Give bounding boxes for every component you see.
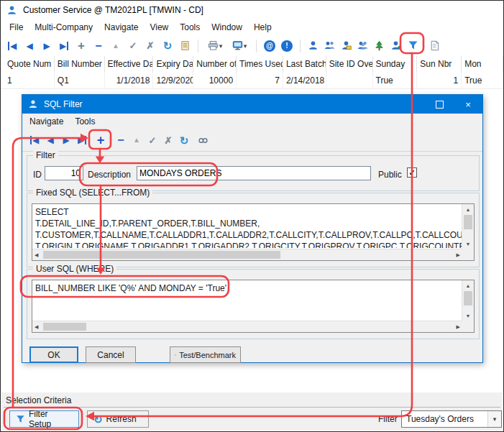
scroll-right-icon[interactable]: ▶ <box>457 324 460 330</box>
dlg-prior-record-button[interactable]: ◀ <box>42 132 58 149</box>
screen-button[interactable]: ▾ <box>227 37 252 55</box>
col-monday[interactable]: Mon <box>462 56 503 73</box>
menu-view[interactable]: View <box>144 20 174 35</box>
dlg-last-record-button[interactable]: ▶ <box>74 132 90 149</box>
refresh-button[interactable]: ↻ Refresh <box>87 410 149 428</box>
ok-button[interactable]: OK <box>29 346 78 363</box>
id-input[interactable] <box>45 166 83 180</box>
fixed-sql-textarea[interactable]: SELECT T.DETAIL_LINE_ID,T.PARENT_ORDER,T… <box>32 203 475 261</box>
notes-button[interactable] <box>176 37 193 55</box>
filter-combobox[interactable]: Tuesday's Orders ▾ <box>401 410 502 428</box>
scroll-left-icon[interactable]: ◀ <box>35 252 38 258</box>
cell-quote-num[interactable]: 1 <box>4 73 55 88</box>
scroll-up-icon[interactable]: ▲ <box>466 280 471 290</box>
dlg-delete-record-button[interactable]: − <box>113 132 129 149</box>
web-button[interactable]: @ <box>261 37 278 55</box>
filter-setup-button[interactable]: Filter Setup <box>9 410 79 428</box>
dialog-menu-navigate[interactable]: Navigate <box>24 114 69 129</box>
cell-number-of[interactable]: 10000 <box>193 73 237 88</box>
delete-record-button[interactable]: − <box>90 37 107 55</box>
report-button[interactable] <box>426 37 443 55</box>
cell-expiry-date[interactable]: 12/9/2020 <box>153 73 193 88</box>
user-sql-textarea[interactable]: BILL_NUMBER LIKE 'Q%' AND MONDAY = 'True… <box>32 280 475 333</box>
description-input[interactable] <box>137 166 371 180</box>
prior-record-button[interactable]: ◀ <box>21 37 38 55</box>
restore-button[interactable] <box>425 95 454 114</box>
dlg-link-button[interactable] <box>195 132 211 149</box>
horizontal-scrollbar[interactable]: ◀ ▶ <box>32 321 462 332</box>
scroll-up-icon[interactable]: ▲ <box>466 204 471 214</box>
dlg-edit-record-button[interactable]: ▲ <box>129 132 145 149</box>
scrollbar-thumb[interactable] <box>464 291 472 305</box>
dlg-first-record-button[interactable]: ◀ <box>27 132 42 149</box>
cell-bill-number[interactable]: Q1 <box>55 73 105 88</box>
scrollbar-thumb[interactable] <box>464 215 472 229</box>
dlg-next-record-button[interactable]: ▶ <box>58 132 74 149</box>
cell-sunday[interactable]: True <box>373 73 418 88</box>
col-expiry-date[interactable]: Expiry Date <box>153 56 193 73</box>
person-card-icon <box>341 40 352 51</box>
public-checkbox[interactable]: ✓ <box>407 167 417 178</box>
test-benchmark-button[interactable]: Test/Benchmark <box>170 346 241 363</box>
menu-file[interactable]: File <box>4 20 29 35</box>
info-button[interactable]: ! <box>278 37 295 55</box>
menu-multi-company[interactable]: Multi-Company <box>29 20 98 35</box>
menu-tools[interactable]: Tools <box>174 20 206 35</box>
scrollbar-thumb[interactable] <box>43 323 86 331</box>
scroll-down-icon[interactable]: ▼ <box>466 239 471 249</box>
cell-site-id-override[interactable] <box>326 73 373 88</box>
dialog-titlebar[interactable]: SQL Filter × <box>22 95 482 114</box>
add-user-button[interactable] <box>388 37 404 55</box>
cancel-edit-button[interactable]: ✗ <box>142 37 159 55</box>
menu-navigate[interactable]: Navigate <box>98 20 144 35</box>
col-site-id-override[interactable]: Site ID Over <box>326 56 373 73</box>
col-bill-number[interactable]: Bill Number <box>55 56 105 73</box>
col-quote-num[interactable]: Quote Num <box>4 56 55 73</box>
cell-monday[interactable]: True <box>462 73 503 88</box>
vertical-scrollbar[interactable]: ▲ ▼ <box>462 280 474 321</box>
menu-help[interactable]: Help <box>248 20 278 35</box>
cell-last-batch[interactable]: 2/14/2018 <box>283 73 326 88</box>
scroll-left-icon[interactable]: ◀ <box>35 324 38 330</box>
filter-button-toolbar[interactable] <box>404 37 421 55</box>
customers-button[interactable] <box>321 37 338 55</box>
description-label: Description <box>88 170 131 180</box>
insert-record-button[interactable]: + <box>73 37 90 55</box>
print-button[interactable]: ▾ <box>203 37 227 55</box>
edit-record-button[interactable]: ▲ <box>107 37 124 55</box>
menu-window[interactable]: Window <box>206 20 248 35</box>
col-times-used[interactable]: Times Used <box>237 56 283 73</box>
dlg-refresh-button[interactable]: ↻ <box>176 132 192 149</box>
dlg-insert-record-button[interactable]: + <box>93 132 109 149</box>
col-effective-date[interactable]: Effective Da <box>105 56 154 73</box>
user-group-button[interactable] <box>354 37 371 55</box>
next-record-button[interactable]: ▶ <box>38 37 55 55</box>
first-record-button[interactable]: ◀ <box>4 37 21 55</box>
col-number-of[interactable]: Number of <box>193 56 237 73</box>
app-icon <box>6 5 17 16</box>
refresh-button-toolbar[interactable]: ↻ <box>159 37 176 55</box>
cell-sun-nbr[interactable]: 1 <box>417 73 462 88</box>
dlg-post-edit-button[interactable]: ✓ <box>145 132 160 149</box>
horizontal-scrollbar[interactable]: ◀ ▶ <box>32 249 462 260</box>
col-sunday[interactable]: Sunday <box>373 56 418 73</box>
contact-card-button[interactable] <box>338 37 354 55</box>
last-record-button[interactable]: ▶ <box>55 37 73 55</box>
col-sun-nbr[interactable]: Sun Nbr <box>417 56 462 73</box>
vertical-scrollbar[interactable]: ▲ ▼ <box>462 204 474 249</box>
col-last-batch[interactable]: Last Batch T <box>283 56 326 73</box>
org-tree-button[interactable] <box>371 37 388 55</box>
cell-effective-date[interactable]: 1/1/2018 <box>105 73 154 88</box>
dlg-cancel-edit-button[interactable]: ✗ <box>160 132 176 149</box>
scroll-down-icon[interactable]: ▼ <box>466 311 471 321</box>
customer-button[interactable] <box>305 37 321 55</box>
combo-dropdown-button[interactable]: ▾ <box>487 411 501 427</box>
close-button[interactable]: × <box>454 95 482 114</box>
dialog-menu-tools[interactable]: Tools <box>69 114 101 129</box>
post-edit-button[interactable]: ✓ <box>124 37 142 55</box>
grid-row[interactable]: 1 Q1 1/1/2018 12/9/2020 10000 7 2/14/201… <box>1 73 503 89</box>
cancel-button[interactable]: Cancel <box>86 346 136 363</box>
scroll-right-icon[interactable]: ▶ <box>457 252 460 258</box>
scrollbar-thumb[interactable] <box>43 251 280 259</box>
cell-times-used[interactable]: 7 <box>237 73 283 88</box>
